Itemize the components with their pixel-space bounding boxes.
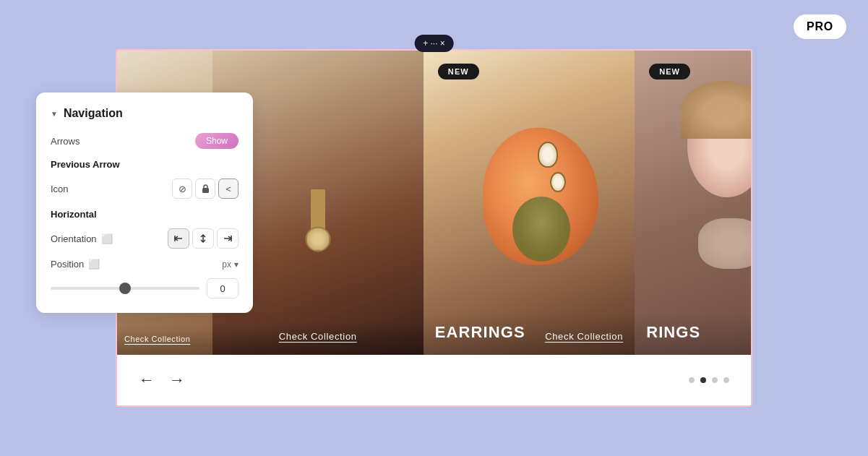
arrows-row: Arrows Show: [51, 133, 239, 149]
orient-btn-left[interactable]: [168, 228, 189, 249]
dot-4[interactable]: [723, 377, 729, 383]
dot-3[interactable]: [712, 377, 718, 383]
nav-bar: ← →: [117, 355, 751, 405]
slider-value[interactable]: 0: [207, 278, 239, 298]
orientation-label-group: Orientation ⬜: [51, 233, 113, 244]
next-arrow-button[interactable]: →: [169, 371, 185, 390]
dot-2[interactable]: [700, 377, 706, 383]
pro-badge: PRO: [794, 14, 846, 39]
slide-2-title: EARRINGS: [435, 323, 525, 342]
icon-label: Icon: [51, 184, 69, 194]
svg-rect-0: [202, 188, 209, 193]
toolbar-icons[interactable]: + ··· ×: [423, 38, 445, 48]
nav-dots: [689, 377, 729, 383]
orient-btn-center[interactable]: [192, 228, 214, 249]
arrows-label: Arrows: [51, 136, 80, 147]
orientation-monitor-icon: ⬜: [101, 233, 113, 244]
position-monitor-icon: ⬜: [88, 259, 100, 270]
px-selector[interactable]: px ▾: [222, 259, 239, 270]
panel-header: ▼ Navigation: [51, 107, 239, 120]
slider-track[interactable]: [51, 287, 199, 290]
control-panel: ▼ Navigation Arrows Show Previous Arrow …: [36, 93, 253, 313]
position-label-group: Position ⬜: [51, 259, 100, 270]
icon-selector: ⊘ <: [172, 178, 239, 199]
icon-btn-lock[interactable]: [195, 178, 215, 199]
top-toolbar[interactable]: + ··· ×: [414, 35, 454, 52]
check-collection-left[interactable]: Check Collection: [124, 335, 190, 343]
position-label: Position: [51, 259, 84, 270]
icon-row: Icon ⊘ <: [51, 178, 239, 199]
slide-3: NEW RINGS Check Collection: [635, 51, 751, 355]
orientation-label: Orientation: [51, 233, 97, 244]
slider-row: 0: [51, 278, 239, 298]
icon-btn-arrow[interactable]: <: [218, 178, 239, 199]
orient-btn-right[interactable]: [217, 228, 239, 249]
slide-2: NEW EARRINGS Check Collection: [424, 51, 635, 355]
px-caret: ▾: [234, 259, 239, 270]
icon-btn-no[interactable]: ⊘: [172, 178, 192, 199]
px-label: px: [222, 259, 231, 270]
orientation-row: Orientation ⬜: [51, 228, 239, 249]
check-collection-1[interactable]: Check Collection: [279, 331, 357, 342]
dot-1[interactable]: [689, 377, 695, 383]
nav-arrows: ← →: [139, 371, 185, 390]
check-collection-2[interactable]: Check Collection: [545, 331, 623, 342]
arrows-toggle[interactable]: Show: [195, 133, 239, 149]
chevron-icon[interactable]: ▼: [51, 110, 58, 118]
prev-arrow-section: Previous Arrow: [51, 159, 239, 170]
panel-title: Navigation: [64, 107, 123, 120]
horizontal-section: Horizontal: [51, 209, 239, 220]
slide-3-title: RINGS: [646, 323, 700, 342]
new-badge-3: NEW: [649, 64, 690, 79]
orient-buttons: [168, 228, 239, 249]
prev-arrow-button[interactable]: ←: [139, 371, 155, 390]
slider-thumb[interactable]: [119, 283, 131, 294]
new-badge-2: NEW: [438, 64, 479, 79]
position-row: Position ⬜ px ▾: [51, 259, 239, 270]
